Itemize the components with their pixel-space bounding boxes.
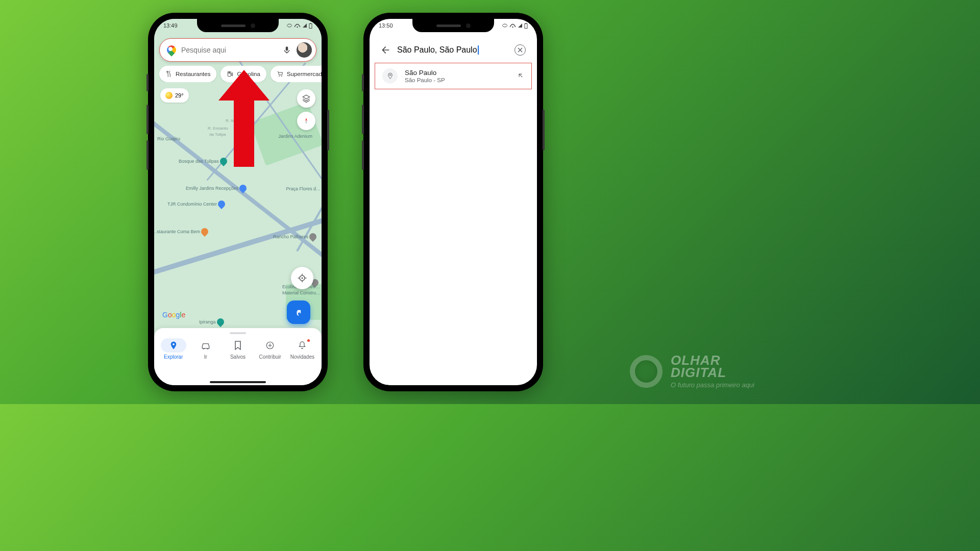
side-button [146,140,149,170]
nav-label: Salvos [230,354,246,360]
bottom-sheet[interactable]: Explorar Ir Salvos Contribuir [154,328,322,385]
nav-label: Contribuir [259,354,281,360]
search-input[interactable] [181,46,277,54]
status-icons [502,23,528,29]
side-button [362,74,364,91]
map-poi[interactable]: TJR Condomínio Center [167,201,225,208]
svg-point-6 [279,76,280,77]
svg-rect-2 [310,23,311,24]
home-indicator[interactable] [210,381,266,383]
layers-button[interactable] [297,89,315,108]
compass-icon [302,117,310,125]
result-subtitle: São Paulo - SP [405,77,510,83]
map-poi[interactable]: Jardins Adenium [278,134,312,139]
result-title: São Paulo [405,69,510,77]
search-bar[interactable] [159,38,316,62]
map-poi[interactable]: Praça Flores d… [286,186,321,191]
directions-icon [293,307,304,318]
google-logo: Google [162,311,185,319]
brand-ring-icon [630,355,663,388]
nav-label: Explorar [164,354,183,360]
directions-button[interactable] [287,300,310,324]
svg-point-13 [512,27,513,28]
phone-left: Rio Guajiru Jardins Adenium Bosque das T… [148,13,328,391]
back-icon[interactable] [381,45,391,55]
nav-contribute[interactable]: Contribuir [257,338,283,360]
crosshair-icon [297,273,307,283]
maps-pin-icon [167,45,176,55]
watermark-brand: OLHAR DIGITAL O futuro passa primeiro aq… [630,354,754,389]
weather-temp: 29° [175,92,184,98]
nav-go[interactable]: Ir [193,338,218,360]
mic-icon[interactable] [282,45,291,55]
close-icon [518,47,523,53]
svg-point-0 [297,27,298,28]
side-button [362,105,364,134]
notch [197,19,279,32]
nav-label: Ir [204,354,207,360]
pin-icon [169,341,178,350]
svg-point-7 [281,76,282,77]
notch [412,19,494,32]
sun-icon [165,92,173,99]
plus-circle-icon [265,341,275,350]
svg-rect-15 [526,23,527,24]
compass-button[interactable] [297,112,315,130]
map-poi[interactable]: Rio Guajiru [157,136,180,141]
search-result[interactable]: São Paulo São Paulo - SP [375,63,532,89]
sheet-handle[interactable] [230,332,246,334]
side-button [146,74,149,91]
side-button [327,110,329,151]
status-time: 13:49 [163,22,178,29]
nav-saved[interactable]: Salvos [225,338,251,360]
map-poi[interactable]: Emilly Jardins Recepções [186,185,247,192]
status-time: 13:50 [379,22,393,29]
svg-point-11 [173,343,175,345]
side-button [362,140,364,170]
map-poi[interactable]: …staurante Coma Bem [154,228,208,235]
clear-button[interactable] [514,44,526,56]
chip-label: Restaurantes [176,71,210,77]
fork-knife-icon [165,70,173,78]
svg-rect-3 [286,46,288,51]
annotation-arrow [218,70,270,167]
bell-icon [298,341,306,350]
map-poi[interactable]: Rancho Palhares [273,233,316,240]
svg-rect-1 [309,23,312,28]
side-button [543,110,545,151]
nav-label: Novidades [290,354,314,360]
avatar[interactable] [297,42,312,58]
svg-rect-14 [525,23,527,28]
layers-icon [302,94,311,103]
bookmark-icon [234,341,241,350]
chip-supermarkets[interactable]: Supermercados [271,66,322,82]
search-bar: São Paulo, São Paulo [375,38,532,62]
locate-button[interactable] [291,267,313,289]
svg-point-16 [389,74,391,76]
chip-label: Supermercados [287,71,322,77]
map-poi[interactable]: Ipiranga [199,318,224,325]
svg-point-9 [302,278,303,279]
pin-icon [382,68,398,84]
car-icon [201,341,211,350]
nav-explore[interactable]: Explorar [161,338,186,360]
search-input[interactable]: São Paulo, São Paulo [397,45,508,55]
side-button [146,105,149,134]
chip-restaurants[interactable]: Restaurantes [159,66,216,82]
phone-right: 13:50 São Paulo, São Paulo [363,13,543,391]
bottom-nav: Explorar Ir Salvos Contribuir [154,336,322,360]
nav-updates[interactable]: Novidades [289,338,315,360]
insert-arrow-icon[interactable] [517,72,524,81]
cart-icon [277,70,284,78]
weather-chip[interactable]: 29° [160,88,189,103]
status-icons [286,23,312,29]
